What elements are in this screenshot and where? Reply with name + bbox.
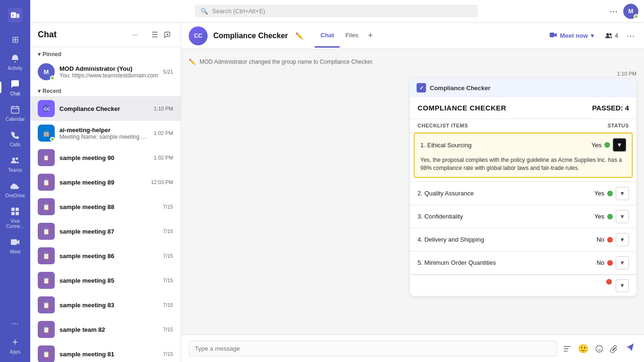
sm81-name: sample meeting 81 xyxy=(59,351,159,358)
nav-item-chat[interactable]: Chat xyxy=(0,75,30,100)
nav-item-viva[interactable]: Viva Conne... xyxy=(0,202,30,233)
footer-status-dot xyxy=(606,279,612,285)
message-input[interactable] xyxy=(189,341,557,356)
nav-item-activity[interactable]: Activity xyxy=(0,49,30,75)
top-bar-right: ··· M xyxy=(608,4,638,19)
chat-icon xyxy=(9,78,21,90)
svg-point-14 xyxy=(606,33,609,36)
st82-info: sample team 82 xyxy=(59,326,159,333)
mod-status-dot xyxy=(50,76,55,80)
onedrive-label: OneDrive xyxy=(5,193,25,198)
attach-button[interactable] xyxy=(608,343,620,355)
chat-sidebar: Chat ··· ☰ ▾ Pinned M xyxy=(30,23,181,362)
more-options-button[interactable]: ··· xyxy=(608,4,619,18)
edit-chat-name-button[interactable]: ✏️ xyxy=(293,30,305,42)
confidentiality-status: Yes ▼ xyxy=(594,210,629,223)
nav-item-apps[interactable]: + Apps xyxy=(8,333,23,358)
nav-item-apps-grid[interactable]: ⊞ xyxy=(0,30,30,49)
sm85-time: 7/15 xyxy=(163,278,173,283)
participants-button[interactable]: 4 xyxy=(602,30,621,41)
calendar-icon xyxy=(9,104,21,115)
recent-chat-item-sm81[interactable]: 📋 sample meeting 81 7/15 xyxy=(30,342,181,362)
format-button[interactable] xyxy=(561,343,573,355)
nav-item-calls[interactable]: Calls xyxy=(0,126,30,151)
svg-rect-5 xyxy=(11,208,15,211)
delivery-shipping-status-dot xyxy=(607,237,613,243)
ethical-sourcing-status-dot xyxy=(604,142,610,148)
status-header-label: STATUS xyxy=(608,123,629,128)
more-chat-options-button[interactable]: ··· xyxy=(130,28,140,41)
delivery-shipping-dropdown[interactable]: ▼ xyxy=(616,233,629,246)
nav-item-onedrive[interactable]: OneDrive xyxy=(0,177,30,202)
recent-chat-item-sm88[interactable]: 📋 sample meeting 88 7/15 xyxy=(30,194,181,219)
checklist-item-5: 5. Minimum Order Quantities No ▼ xyxy=(410,252,636,275)
sm88-time: 7/15 xyxy=(163,204,173,210)
nav-item-teams[interactable]: Teams xyxy=(0,151,30,177)
svg-point-15 xyxy=(610,33,612,35)
search-box[interactable]: 🔍 Search (Ctrl+Alt+E) xyxy=(195,5,478,17)
sm86-avatar: 📋 xyxy=(38,247,55,264)
min-order-name: 5. Minimum Order Quantities xyxy=(418,259,496,266)
sm88-avatar: 📋 xyxy=(38,198,55,215)
sm89-name: sample meeting 89 xyxy=(59,179,146,186)
add-tab-button[interactable]: + xyxy=(366,24,375,48)
recent-chat-item-ai-meeting[interactable]: 🤖 ai-meeting-helper Meeting Name: sample… xyxy=(30,121,181,145)
mod-chat-time: 5/21 xyxy=(163,69,173,75)
card-title: COMPLIANCE CHECKER xyxy=(418,104,506,112)
svg-point-3 xyxy=(12,158,15,160)
input-actions: 🙂 xyxy=(561,341,636,356)
sticker-button[interactable] xyxy=(593,343,605,355)
emoji-button[interactable]: 🙂 xyxy=(576,342,590,356)
tab-files[interactable]: Files xyxy=(340,24,364,48)
sm81-info: sample meeting 81 xyxy=(59,351,159,358)
compliance-checker-avatar: CC xyxy=(38,100,55,117)
meet-now-button[interactable]: Meet now ▾ xyxy=(545,29,599,42)
apps-label: Apps xyxy=(10,349,21,354)
recent-chat-item-sm86[interactable]: 📋 sample meeting 86 7/15 xyxy=(30,244,181,268)
svg-text:T: T xyxy=(12,14,14,18)
sm88-info: sample meeting 88 xyxy=(59,203,159,210)
compliance-card: ✓ Compliance Checker COMPLIANCE CHECKER … xyxy=(410,78,636,296)
pinned-chat-item-mod[interactable]: M MOD Administrator (You) You: https://w… xyxy=(30,59,181,84)
chat-tabs: Chat Files + xyxy=(315,24,375,48)
recent-chat-item-sm83[interactable]: 📋 sample meeting 83 7/15 xyxy=(30,293,181,317)
sm81-time: 7/15 xyxy=(163,351,173,357)
min-order-status-text: No xyxy=(596,259,604,266)
recent-chat-item-sm87[interactable]: 📋 sample meeting 87 7/15 xyxy=(30,219,181,244)
quality-assurance-dropdown[interactable]: ▼ xyxy=(616,187,629,200)
sm89-info: sample meeting 89 xyxy=(59,179,146,186)
new-chat-button[interactable] xyxy=(162,28,173,41)
more-chat-options-button[interactable]: ··· xyxy=(625,28,636,43)
filter-button[interactable]: ☰ xyxy=(142,28,160,41)
send-button[interactable] xyxy=(623,341,636,356)
min-order-dropdown[interactable]: ▼ xyxy=(616,256,629,269)
nav-item-more[interactable]: ··· xyxy=(8,314,23,333)
ai-meeting-preview: Meeting Name: sample meeting 90 Dat... xyxy=(59,134,149,140)
system-message-text: MOD Administrator changed the group name… xyxy=(200,59,374,65)
confidentiality-dropdown[interactable]: ▼ xyxy=(616,210,629,223)
system-message-icon: ✏️ xyxy=(189,59,196,65)
messages-area: ✏️ MOD Administrator changed the group n… xyxy=(181,49,644,335)
recent-chat-item-sm89[interactable]: 📋 sample meeting 89 12:03 PM xyxy=(30,170,181,194)
tab-chat[interactable]: Chat xyxy=(315,24,340,48)
recent-chat-item-sm85[interactable]: 📋 sample meeting 85 7/15 xyxy=(30,268,181,293)
user-avatar[interactable]: M xyxy=(623,4,638,19)
recent-chat-item-sm90[interactable]: 📋 sample meeting 90 1:02 PM xyxy=(30,145,181,170)
sm86-name: sample meeting 86 xyxy=(59,253,159,260)
nav-item-meet[interactable]: Meet xyxy=(0,233,30,258)
ethical-sourcing-dropdown[interactable]: ▼ xyxy=(613,138,626,152)
sm83-avatar: 📋 xyxy=(38,296,55,313)
nav-item-calendar[interactable]: Calendar xyxy=(0,100,30,126)
checklist-item-1: 1. Ethical Sourcing Yes ▼ Yes, the propo… xyxy=(410,133,636,182)
svg-rect-9 xyxy=(11,239,17,245)
recent-chat-item-compliance-checker[interactable]: CC Compliance Checker 1:10 PM xyxy=(30,96,181,121)
svg-point-4 xyxy=(16,158,18,160)
recent-chat-item-st82[interactable]: 📋 sample team 82 7/15 xyxy=(30,317,181,342)
meet-now-label: Meet now xyxy=(560,32,588,39)
footer-dropdown[interactable]: ▼ xyxy=(616,279,629,292)
checklist-item-3: 3. Confidentiality Yes ▼ xyxy=(410,205,636,228)
checklist-item-4: 4. Delivery and Shipping No ▼ xyxy=(410,228,636,252)
quality-assurance-name: 2. Quality Assurance xyxy=(418,190,474,197)
participants-count: 4 xyxy=(615,32,618,39)
svg-rect-2 xyxy=(11,107,19,113)
